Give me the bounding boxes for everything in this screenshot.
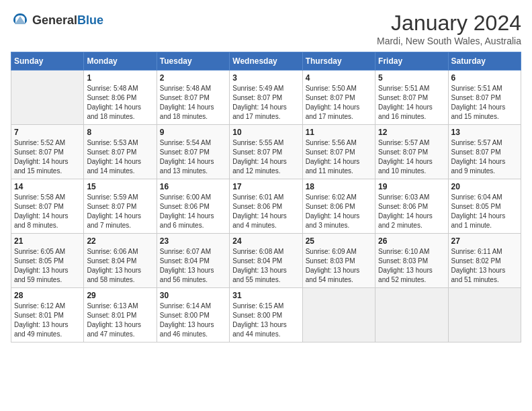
- day-number: 28: [14, 291, 81, 300]
- day-number: 17: [232, 182, 299, 191]
- weekday-header: Tuesday: [157, 52, 229, 71]
- day-number: 30: [160, 291, 226, 300]
- day-number: 19: [378, 182, 445, 191]
- day-info: Sunrise: 6:02 AM Sunset: 8:06 PM Dayligh…: [306, 193, 372, 230]
- day-number: 4: [306, 73, 372, 83]
- svg-marker-0: [15, 16, 26, 24]
- day-info: Sunrise: 6:14 AM Sunset: 8:00 PM Dayligh…: [160, 302, 226, 339]
- calendar-cell: [448, 288, 521, 342]
- calendar-cell: 17Sunrise: 6:01 AM Sunset: 8:06 PM Dayli…: [230, 179, 302, 234]
- day-number: 22: [87, 236, 153, 246]
- day-number: 21: [14, 236, 81, 246]
- calendar-cell: 24Sunrise: 6:08 AM Sunset: 8:04 PM Dayli…: [230, 234, 302, 288]
- calendar-week-row: 1Sunrise: 5:48 AM Sunset: 8:06 PM Daylig…: [11, 71, 521, 125]
- day-info: Sunrise: 6:10 AM Sunset: 8:03 PM Dayligh…: [378, 247, 445, 285]
- logo: GeneralBlue: [11, 11, 103, 30]
- calendar-cell: 27Sunrise: 6:11 AM Sunset: 8:02 PM Dayli…: [448, 234, 521, 288]
- calendar-title: January 2024: [377, 11, 521, 36]
- calendar-cell: 13Sunrise: 5:57 AM Sunset: 8:07 PM Dayli…: [448, 125, 521, 179]
- calendar-week-row: 7Sunrise: 5:52 AM Sunset: 8:07 PM Daylig…: [11, 125, 521, 179]
- day-info: Sunrise: 5:55 AM Sunset: 8:07 PM Dayligh…: [232, 138, 299, 176]
- day-number: 2: [160, 73, 226, 83]
- calendar-cell: 21Sunrise: 6:05 AM Sunset: 8:05 PM Dayli…: [11, 234, 84, 288]
- day-number: 27: [451, 236, 518, 246]
- calendar-week-row: 21Sunrise: 6:05 AM Sunset: 8:05 PM Dayli…: [11, 234, 521, 288]
- calendar-cell: 20Sunrise: 6:04 AM Sunset: 8:05 PM Dayli…: [448, 179, 521, 234]
- weekday-header: Sunday: [11, 52, 84, 71]
- day-info: Sunrise: 5:49 AM Sunset: 8:07 PM Dayligh…: [232, 84, 299, 122]
- day-number: 15: [87, 182, 153, 191]
- calendar-cell: 4Sunrise: 5:50 AM Sunset: 8:07 PM Daylig…: [302, 71, 375, 125]
- day-info: Sunrise: 6:09 AM Sunset: 8:03 PM Dayligh…: [306, 247, 372, 285]
- day-info: Sunrise: 5:50 AM Sunset: 8:07 PM Dayligh…: [306, 84, 372, 122]
- logo-text-general: General: [32, 13, 77, 27]
- day-info: Sunrise: 5:48 AM Sunset: 8:06 PM Dayligh…: [87, 84, 153, 122]
- day-info: Sunrise: 6:03 AM Sunset: 8:06 PM Dayligh…: [378, 193, 445, 230]
- calendar-cell: 11Sunrise: 5:56 AM Sunset: 8:07 PM Dayli…: [302, 125, 375, 179]
- day-number: 1: [87, 73, 153, 83]
- calendar-cell: 30Sunrise: 6:14 AM Sunset: 8:00 PM Dayli…: [157, 288, 229, 342]
- calendar-cell: [375, 288, 448, 342]
- day-number: 11: [306, 128, 372, 137]
- calendar-cell: 15Sunrise: 5:59 AM Sunset: 8:07 PM Dayli…: [84, 179, 157, 234]
- day-info: Sunrise: 5:51 AM Sunset: 8:07 PM Dayligh…: [451, 84, 518, 122]
- calendar-cell: 25Sunrise: 6:09 AM Sunset: 8:03 PM Dayli…: [302, 234, 375, 288]
- day-number: 25: [306, 236, 372, 246]
- day-number: 18: [306, 182, 372, 191]
- calendar-cell: 28Sunrise: 6:12 AM Sunset: 8:01 PM Dayli…: [11, 288, 84, 342]
- logo-text-blue: Blue: [77, 13, 103, 27]
- day-info: Sunrise: 6:01 AM Sunset: 8:06 PM Dayligh…: [232, 193, 299, 230]
- calendar-cell: 8Sunrise: 5:53 AM Sunset: 8:07 PM Daylig…: [84, 125, 157, 179]
- calendar-cell: 23Sunrise: 6:07 AM Sunset: 8:04 PM Dayli…: [157, 234, 229, 288]
- day-info: Sunrise: 5:52 AM Sunset: 8:07 PM Dayligh…: [14, 138, 81, 176]
- day-info: Sunrise: 5:58 AM Sunset: 8:07 PM Dayligh…: [14, 193, 81, 230]
- day-info: Sunrise: 5:57 AM Sunset: 8:07 PM Dayligh…: [451, 138, 518, 176]
- calendar-cell: 3Sunrise: 5:49 AM Sunset: 8:07 PM Daylig…: [230, 71, 302, 125]
- title-block: January 2024 Mardi, New South Wales, Aus…: [377, 11, 521, 46]
- day-info: Sunrise: 6:15 AM Sunset: 8:00 PM Dayligh…: [232, 302, 299, 339]
- day-info: Sunrise: 5:53 AM Sunset: 8:07 PM Dayligh…: [87, 138, 153, 176]
- calendar-cell: [11, 71, 84, 125]
- calendar-cell: 1Sunrise: 5:48 AM Sunset: 8:06 PM Daylig…: [84, 71, 157, 125]
- calendar-week-row: 14Sunrise: 5:58 AM Sunset: 8:07 PM Dayli…: [11, 179, 521, 234]
- calendar-cell: 7Sunrise: 5:52 AM Sunset: 8:07 PM Daylig…: [11, 125, 84, 179]
- day-number: 20: [451, 182, 518, 191]
- weekday-header: Wednesday: [230, 52, 302, 71]
- weekday-header: Monday: [84, 52, 157, 71]
- day-info: Sunrise: 6:04 AM Sunset: 8:05 PM Dayligh…: [451, 193, 518, 230]
- calendar-cell: 29Sunrise: 6:13 AM Sunset: 8:01 PM Dayli…: [84, 288, 157, 342]
- calendar-cell: 12Sunrise: 5:57 AM Sunset: 8:07 PM Dayli…: [375, 125, 448, 179]
- day-info: Sunrise: 5:56 AM Sunset: 8:07 PM Dayligh…: [306, 138, 372, 176]
- calendar-cell: 5Sunrise: 5:51 AM Sunset: 8:07 PM Daylig…: [375, 71, 448, 125]
- day-info: Sunrise: 6:08 AM Sunset: 8:04 PM Dayligh…: [232, 247, 299, 285]
- day-number: 29: [87, 291, 153, 300]
- calendar-cell: 16Sunrise: 6:00 AM Sunset: 8:06 PM Dayli…: [157, 179, 229, 234]
- day-number: 26: [378, 236, 445, 246]
- calendar-week-row: 28Sunrise: 6:12 AM Sunset: 8:01 PM Dayli…: [11, 288, 521, 342]
- logo-icon: [11, 11, 30, 30]
- calendar-header: SundayMondayTuesdayWednesdayThursdayFrid…: [11, 52, 521, 71]
- day-number: 5: [378, 73, 445, 83]
- calendar-cell: 10Sunrise: 5:55 AM Sunset: 8:07 PM Dayli…: [230, 125, 302, 179]
- calendar-table: SundayMondayTuesdayWednesdayThursdayFrid…: [11, 52, 521, 342]
- day-info: Sunrise: 5:59 AM Sunset: 8:07 PM Dayligh…: [87, 193, 153, 230]
- day-number: 3: [232, 73, 299, 83]
- page-header: GeneralBlue January 2024 Mardi, New Sout…: [11, 11, 521, 46]
- day-info: Sunrise: 6:00 AM Sunset: 8:06 PM Dayligh…: [160, 193, 226, 230]
- day-number: 16: [160, 182, 226, 191]
- day-number: 10: [232, 128, 299, 137]
- calendar-cell: [302, 288, 375, 342]
- day-number: 23: [160, 236, 226, 246]
- day-number: 12: [378, 128, 445, 137]
- day-info: Sunrise: 6:05 AM Sunset: 8:05 PM Dayligh…: [14, 247, 81, 285]
- day-number: 9: [160, 128, 226, 137]
- day-info: Sunrise: 5:48 AM Sunset: 8:07 PM Dayligh…: [160, 84, 226, 122]
- day-info: Sunrise: 5:51 AM Sunset: 8:07 PM Dayligh…: [378, 84, 445, 122]
- calendar-cell: 26Sunrise: 6:10 AM Sunset: 8:03 PM Dayli…: [375, 234, 448, 288]
- calendar-cell: 2Sunrise: 5:48 AM Sunset: 8:07 PM Daylig…: [157, 71, 229, 125]
- day-number: 31: [232, 291, 299, 300]
- day-info: Sunrise: 6:11 AM Sunset: 8:02 PM Dayligh…: [451, 247, 518, 285]
- day-info: Sunrise: 6:07 AM Sunset: 8:04 PM Dayligh…: [160, 247, 226, 285]
- calendar-cell: 19Sunrise: 6:03 AM Sunset: 8:06 PM Dayli…: [375, 179, 448, 234]
- day-info: Sunrise: 6:12 AM Sunset: 8:01 PM Dayligh…: [14, 302, 81, 339]
